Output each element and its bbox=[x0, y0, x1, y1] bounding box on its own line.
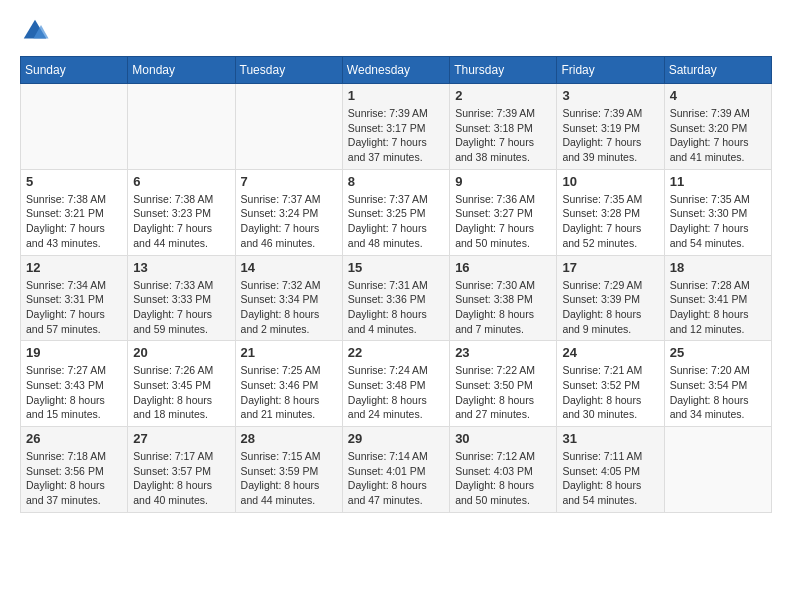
day-info: Sunrise: 7:12 AM Sunset: 4:03 PM Dayligh… bbox=[455, 449, 551, 508]
day-number: 30 bbox=[455, 431, 551, 446]
calendar-cell: 19Sunrise: 7:27 AM Sunset: 3:43 PM Dayli… bbox=[21, 341, 128, 427]
day-number: 29 bbox=[348, 431, 444, 446]
calendar-week-3: 19Sunrise: 7:27 AM Sunset: 3:43 PM Dayli… bbox=[21, 341, 772, 427]
day-number: 11 bbox=[670, 174, 766, 189]
calendar-cell: 28Sunrise: 7:15 AM Sunset: 3:59 PM Dayli… bbox=[235, 427, 342, 513]
day-number: 17 bbox=[562, 260, 658, 275]
day-number: 2 bbox=[455, 88, 551, 103]
calendar-cell: 22Sunrise: 7:24 AM Sunset: 3:48 PM Dayli… bbox=[342, 341, 449, 427]
header bbox=[20, 16, 772, 46]
calendar-week-1: 5Sunrise: 7:38 AM Sunset: 3:21 PM Daylig… bbox=[21, 169, 772, 255]
calendar-week-0: 1Sunrise: 7:39 AM Sunset: 3:17 PM Daylig… bbox=[21, 84, 772, 170]
day-number: 27 bbox=[133, 431, 229, 446]
day-info: Sunrise: 7:37 AM Sunset: 3:25 PM Dayligh… bbox=[348, 192, 444, 251]
day-number: 22 bbox=[348, 345, 444, 360]
calendar-cell: 17Sunrise: 7:29 AM Sunset: 3:39 PM Dayli… bbox=[557, 255, 664, 341]
calendar-cell: 21Sunrise: 7:25 AM Sunset: 3:46 PM Dayli… bbox=[235, 341, 342, 427]
weekday-header-monday: Monday bbox=[128, 57, 235, 84]
day-number: 26 bbox=[26, 431, 122, 446]
calendar-cell: 12Sunrise: 7:34 AM Sunset: 3:31 PM Dayli… bbox=[21, 255, 128, 341]
day-number: 21 bbox=[241, 345, 337, 360]
calendar-cell: 9Sunrise: 7:36 AM Sunset: 3:27 PM Daylig… bbox=[450, 169, 557, 255]
calendar-cell: 4Sunrise: 7:39 AM Sunset: 3:20 PM Daylig… bbox=[664, 84, 771, 170]
weekday-header-wednesday: Wednesday bbox=[342, 57, 449, 84]
calendar-cell: 11Sunrise: 7:35 AM Sunset: 3:30 PM Dayli… bbox=[664, 169, 771, 255]
calendar-cell: 16Sunrise: 7:30 AM Sunset: 3:38 PM Dayli… bbox=[450, 255, 557, 341]
day-info: Sunrise: 7:39 AM Sunset: 3:18 PM Dayligh… bbox=[455, 106, 551, 165]
weekday-header-thursday: Thursday bbox=[450, 57, 557, 84]
day-info: Sunrise: 7:33 AM Sunset: 3:33 PM Dayligh… bbox=[133, 278, 229, 337]
day-info: Sunrise: 7:38 AM Sunset: 3:21 PM Dayligh… bbox=[26, 192, 122, 251]
calendar-cell: 26Sunrise: 7:18 AM Sunset: 3:56 PM Dayli… bbox=[21, 427, 128, 513]
day-number: 10 bbox=[562, 174, 658, 189]
calendar-cell: 5Sunrise: 7:38 AM Sunset: 3:21 PM Daylig… bbox=[21, 169, 128, 255]
day-number: 23 bbox=[455, 345, 551, 360]
day-number: 20 bbox=[133, 345, 229, 360]
weekday-header-row: SundayMondayTuesdayWednesdayThursdayFrid… bbox=[21, 57, 772, 84]
weekday-header-sunday: Sunday bbox=[21, 57, 128, 84]
calendar-cell: 2Sunrise: 7:39 AM Sunset: 3:18 PM Daylig… bbox=[450, 84, 557, 170]
day-info: Sunrise: 7:14 AM Sunset: 4:01 PM Dayligh… bbox=[348, 449, 444, 508]
day-info: Sunrise: 7:21 AM Sunset: 3:52 PM Dayligh… bbox=[562, 363, 658, 422]
calendar-cell: 6Sunrise: 7:38 AM Sunset: 3:23 PM Daylig… bbox=[128, 169, 235, 255]
day-number: 28 bbox=[241, 431, 337, 446]
page: SundayMondayTuesdayWednesdayThursdayFrid… bbox=[0, 0, 792, 533]
day-info: Sunrise: 7:28 AM Sunset: 3:41 PM Dayligh… bbox=[670, 278, 766, 337]
calendar-cell bbox=[235, 84, 342, 170]
day-number: 24 bbox=[562, 345, 658, 360]
calendar-cell bbox=[21, 84, 128, 170]
day-info: Sunrise: 7:22 AM Sunset: 3:50 PM Dayligh… bbox=[455, 363, 551, 422]
day-number: 3 bbox=[562, 88, 658, 103]
day-number: 25 bbox=[670, 345, 766, 360]
day-info: Sunrise: 7:11 AM Sunset: 4:05 PM Dayligh… bbox=[562, 449, 658, 508]
day-info: Sunrise: 7:34 AM Sunset: 3:31 PM Dayligh… bbox=[26, 278, 122, 337]
day-info: Sunrise: 7:39 AM Sunset: 3:17 PM Dayligh… bbox=[348, 106, 444, 165]
calendar-cell: 15Sunrise: 7:31 AM Sunset: 3:36 PM Dayli… bbox=[342, 255, 449, 341]
day-info: Sunrise: 7:36 AM Sunset: 3:27 PM Dayligh… bbox=[455, 192, 551, 251]
day-number: 1 bbox=[348, 88, 444, 103]
calendar-cell: 1Sunrise: 7:39 AM Sunset: 3:17 PM Daylig… bbox=[342, 84, 449, 170]
calendar-cell: 10Sunrise: 7:35 AM Sunset: 3:28 PM Dayli… bbox=[557, 169, 664, 255]
day-number: 8 bbox=[348, 174, 444, 189]
day-info: Sunrise: 7:15 AM Sunset: 3:59 PM Dayligh… bbox=[241, 449, 337, 508]
day-info: Sunrise: 7:35 AM Sunset: 3:30 PM Dayligh… bbox=[670, 192, 766, 251]
day-number: 31 bbox=[562, 431, 658, 446]
calendar-cell: 29Sunrise: 7:14 AM Sunset: 4:01 PM Dayli… bbox=[342, 427, 449, 513]
day-info: Sunrise: 7:37 AM Sunset: 3:24 PM Dayligh… bbox=[241, 192, 337, 251]
day-info: Sunrise: 7:24 AM Sunset: 3:48 PM Dayligh… bbox=[348, 363, 444, 422]
day-info: Sunrise: 7:39 AM Sunset: 3:19 PM Dayligh… bbox=[562, 106, 658, 165]
calendar-cell: 20Sunrise: 7:26 AM Sunset: 3:45 PM Dayli… bbox=[128, 341, 235, 427]
day-info: Sunrise: 7:30 AM Sunset: 3:38 PM Dayligh… bbox=[455, 278, 551, 337]
day-number: 6 bbox=[133, 174, 229, 189]
day-info: Sunrise: 7:27 AM Sunset: 3:43 PM Dayligh… bbox=[26, 363, 122, 422]
day-info: Sunrise: 7:31 AM Sunset: 3:36 PM Dayligh… bbox=[348, 278, 444, 337]
day-number: 16 bbox=[455, 260, 551, 275]
calendar-cell: 23Sunrise: 7:22 AM Sunset: 3:50 PM Dayli… bbox=[450, 341, 557, 427]
logo bbox=[20, 16, 54, 46]
day-info: Sunrise: 7:29 AM Sunset: 3:39 PM Dayligh… bbox=[562, 278, 658, 337]
day-number: 14 bbox=[241, 260, 337, 275]
day-number: 7 bbox=[241, 174, 337, 189]
day-info: Sunrise: 7:20 AM Sunset: 3:54 PM Dayligh… bbox=[670, 363, 766, 422]
weekday-header-tuesday: Tuesday bbox=[235, 57, 342, 84]
day-info: Sunrise: 7:17 AM Sunset: 3:57 PM Dayligh… bbox=[133, 449, 229, 508]
calendar-cell: 7Sunrise: 7:37 AM Sunset: 3:24 PM Daylig… bbox=[235, 169, 342, 255]
calendar-week-2: 12Sunrise: 7:34 AM Sunset: 3:31 PM Dayli… bbox=[21, 255, 772, 341]
calendar-cell: 27Sunrise: 7:17 AM Sunset: 3:57 PM Dayli… bbox=[128, 427, 235, 513]
day-info: Sunrise: 7:38 AM Sunset: 3:23 PM Dayligh… bbox=[133, 192, 229, 251]
day-number: 9 bbox=[455, 174, 551, 189]
day-info: Sunrise: 7:32 AM Sunset: 3:34 PM Dayligh… bbox=[241, 278, 337, 337]
day-info: Sunrise: 7:25 AM Sunset: 3:46 PM Dayligh… bbox=[241, 363, 337, 422]
logo-icon bbox=[20, 16, 50, 46]
calendar-cell: 13Sunrise: 7:33 AM Sunset: 3:33 PM Dayli… bbox=[128, 255, 235, 341]
day-info: Sunrise: 7:26 AM Sunset: 3:45 PM Dayligh… bbox=[133, 363, 229, 422]
day-number: 4 bbox=[670, 88, 766, 103]
day-number: 13 bbox=[133, 260, 229, 275]
calendar-cell: 31Sunrise: 7:11 AM Sunset: 4:05 PM Dayli… bbox=[557, 427, 664, 513]
calendar-cell: 18Sunrise: 7:28 AM Sunset: 3:41 PM Dayli… bbox=[664, 255, 771, 341]
day-info: Sunrise: 7:35 AM Sunset: 3:28 PM Dayligh… bbox=[562, 192, 658, 251]
calendar-cell: 8Sunrise: 7:37 AM Sunset: 3:25 PM Daylig… bbox=[342, 169, 449, 255]
day-number: 18 bbox=[670, 260, 766, 275]
calendar-cell bbox=[664, 427, 771, 513]
weekday-header-friday: Friday bbox=[557, 57, 664, 84]
